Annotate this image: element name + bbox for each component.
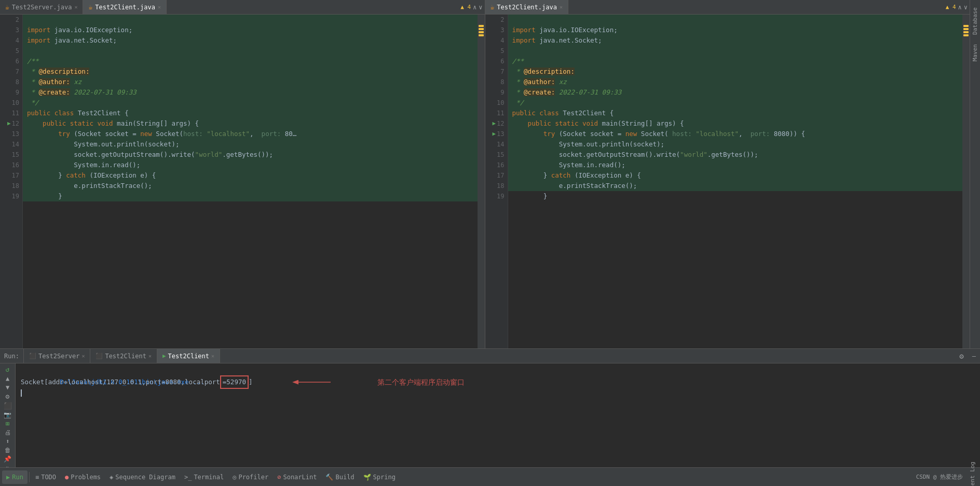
left-line-numbers: 2 3 4 5 6 7 8 9 10 11 ▶12 13 14 15 1 (0, 15, 23, 348)
stop-button[interactable]: ⬛ (2, 402, 13, 410)
sequence-icon: ◈ (110, 474, 113, 481)
run-tab-server[interactable]: ⬛ Test2Server ✕ (24, 349, 91, 363)
run-bottom-button[interactable]: ▶ Run (2, 470, 28, 484)
run-tab-bar: Run: ⬛ Test2Server ✕ ⬛ Test2Client ✕ ▶ T… (0, 349, 980, 363)
spring-button[interactable]: 🌱 Spring (359, 470, 400, 484)
left-editor-pane: ☕ Test2Server.java ✕ ☕ Test2Client.java … (0, 0, 485, 348)
console-output[interactable]: D:\Java\jdk1.8.0_161\bin\java.exe ... So… (16, 363, 980, 467)
left-code-lines[interactable]: import java.io.IOException; import java.… (23, 15, 478, 348)
run-tab-server-label: Test2Server (38, 353, 79, 360)
run-bottom-label: Run (12, 474, 23, 481)
close-run-2[interactable]: ✕ (148, 353, 152, 359)
scroll-up-left[interactable]: ∧ (473, 4, 477, 11)
console-area: ↺ ▲ ▼ ⚙ ⬛ 📷 ⊞ 🖨 ⬆ 🗑 📌 » D:\Java\jdk1.8.0… (0, 363, 980, 467)
tab-label-1: Test2Server.java (12, 4, 72, 11)
status-right-text: CSDN @ 热爱进步 (916, 473, 963, 481)
close-icon-2[interactable]: ✕ (158, 4, 161, 10)
run-minimize-icon[interactable]: — (968, 353, 980, 360)
problems-label: Problems (71, 474, 101, 481)
terminal-button[interactable]: >_ Terminal (180, 470, 228, 484)
close-icon-1[interactable]: ✕ (74, 4, 77, 10)
run-settings-icon[interactable]: ⚙ (955, 352, 968, 360)
tab-test2client-right[interactable]: ☕ Test2Client.java ✕ (485, 0, 568, 14)
build-label: Build (335, 474, 354, 481)
close-icon-3[interactable]: ✕ (560, 4, 563, 10)
filter-button[interactable]: ⬆ (2, 438, 13, 445)
warning-icon-left: ▲ 4 (460, 4, 471, 10)
run-tab-client1-label: Test2Client (105, 353, 146, 360)
right-editor-pane: ☕ Test2Client.java ✕ ▲ 4 ∧ ∨ 2 3 4 5 (485, 0, 970, 348)
database-panel-label[interactable]: Database (971, 5, 979, 37)
console-socket-prefix: Socket[addr=localhost/127.0.0.1,port=808… (21, 377, 220, 387)
run-panel: Run: ⬛ Test2Server ✕ ⬛ Test2Client ✕ ▶ T… (0, 348, 980, 467)
profiler-button[interactable]: ◎ Profiler (228, 470, 273, 484)
run-tab-client1[interactable]: ⬛ Test2Client ✕ (90, 349, 157, 363)
client1-tab-icon: ⬛ (96, 353, 103, 359)
settings-console-button[interactable]: ⚙ (2, 393, 13, 400)
problems-button[interactable]: ● Problems (61, 470, 105, 484)
sonarlint-label: SonarLint (283, 474, 317, 481)
left-code-area[interactable]: 2 3 4 5 6 7 8 9 10 11 ▶12 13 14 15 1 (0, 15, 485, 348)
java-icon-2: ☕ (88, 3, 92, 11)
tab-test2client-left[interactable]: ☕ Test2Client.java ✕ (83, 0, 166, 14)
console-socket-suffix: ] (249, 377, 253, 387)
layout-button[interactable]: ⊞ (2, 420, 13, 427)
scroll-down-right[interactable]: ∨ (964, 4, 968, 11)
right-line-numbers: 2 3 4 5 6 7 8 9 10 11 ▶12 ▶13 14 (485, 15, 508, 348)
terminal-label: Terminal (194, 474, 224, 481)
scroll-down-left[interactable]: ∨ (479, 4, 482, 11)
todo-icon: ≡ (35, 474, 39, 481)
pin-button[interactable]: 📌 (2, 455, 13, 463)
print-button[interactable]: 🖨 (2, 429, 13, 436)
camera-button[interactable]: 📷 (2, 411, 13, 419)
run-tab-client2[interactable]: ▶ Test2Client ✕ (157, 349, 220, 363)
left-scroll-gutter (478, 15, 485, 348)
warning-icon-right: ▲ 4 (946, 4, 956, 10)
profiler-label: Profiler (238, 474, 268, 481)
spring-label: Spring (373, 474, 396, 481)
bottom-toolbar: ▶ Run ≡ TODO ● Problems ◈ Sequence Diagr… (0, 467, 980, 486)
close-run-1[interactable]: ✕ (81, 353, 85, 359)
terminal-icon: >_ (184, 474, 192, 481)
sequence-label: Sequence Diagram (115, 474, 175, 481)
tab-label-2: Test2Client.java (95, 4, 155, 11)
spring-icon: 🌱 (363, 474, 371, 481)
java-icon-1: ☕ (5, 3, 9, 11)
console-line-2: Socket[addr=localhost/127.0.0.1,port=808… (21, 377, 975, 387)
right-tab-bar: ☕ Test2Client.java ✕ ▲ 4 ∧ ∨ (485, 0, 970, 15)
scroll-down-button[interactable]: ▼ (2, 384, 13, 391)
annotation-arrow (294, 377, 336, 387)
right-side-panel: Database Maven (970, 0, 980, 348)
java-icon-3: ☕ (491, 3, 495, 11)
sequence-button[interactable]: ◈ Sequence Diagram (105, 470, 180, 484)
run-label: Run: (0, 349, 24, 363)
maven-panel-label[interactable]: Maven (971, 42, 979, 63)
todo-label: TODO (41, 474, 56, 481)
build-button[interactable]: 🔨 Build (321, 470, 358, 484)
rerun-button[interactable]: ↺ (2, 366, 13, 373)
scroll-up-right[interactable]: ∧ (958, 4, 962, 11)
tab-test2server[interactable]: ☕ Test2Server.java ✕ (0, 0, 83, 14)
close-run-3[interactable]: ✕ (211, 353, 214, 359)
console-toolbar: ↺ ▲ ▼ ⚙ ⬛ 📷 ⊞ 🖨 ⬆ 🗑 📌 » (0, 363, 16, 467)
sonarlint-icon: ⊘ (277, 474, 281, 481)
profiler-icon: ◎ (233, 474, 236, 481)
console-annotation-text: 第二个客户端程序启动窗口 (377, 377, 465, 387)
server-tab-icon: ⬛ (29, 353, 36, 359)
tab-label-3: Test2Client.java (497, 4, 557, 11)
run-tab-client2-label: Test2Client (168, 353, 209, 360)
right-scroll-gutter (962, 15, 970, 348)
console-cursor-line (21, 387, 975, 398)
build-icon: 🔨 (325, 474, 333, 481)
right-code-area[interactable]: 2 3 4 5 6 7 8 9 10 11 ▶12 ▶13 14 (485, 15, 970, 348)
todo-button[interactable]: ≡ TODO (31, 470, 60, 484)
scroll-up-button[interactable]: ▲ (2, 375, 13, 382)
sonarlint-button[interactable]: ⊘ SonarLint (273, 470, 321, 484)
console-socket-boxed: =52970 (220, 375, 249, 389)
left-tab-bar: ☕ Test2Server.java ✕ ☕ Test2Client.java … (0, 0, 485, 15)
right-code-lines[interactable]: import java.io.IOException; import java.… (508, 15, 963, 348)
run-play-icon: ▶ (6, 474, 10, 481)
event-log-button[interactable]: Event Log (967, 462, 978, 486)
client2-tab-icon: ▶ (162, 353, 166, 359)
trash-button[interactable]: 🗑 (2, 447, 13, 454)
